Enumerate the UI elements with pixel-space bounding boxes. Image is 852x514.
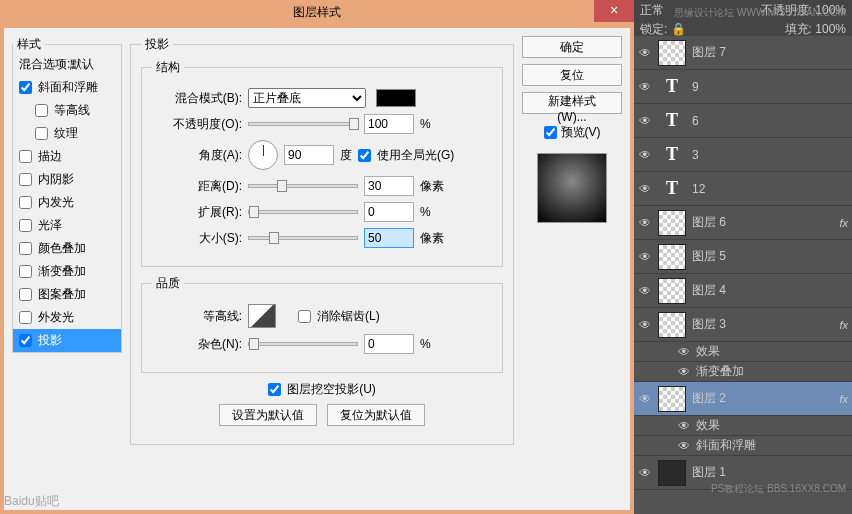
effect-header[interactable]: 👁 效果 [634, 416, 852, 436]
visibility-icon[interactable]: 👁 [678, 345, 690, 359]
style-checkbox[interactable] [19, 265, 32, 278]
visibility-icon[interactable]: 👁 [638, 466, 652, 480]
layer-row[interactable]: 👁图层 5 [634, 240, 852, 274]
visibility-icon[interactable]: 👁 [678, 419, 690, 433]
restore-default-button[interactable]: 复位为默认值 [327, 404, 425, 426]
fx-badge[interactable]: fx [839, 393, 848, 405]
style-checkbox[interactable] [19, 334, 32, 347]
antialias-checkbox[interactable] [298, 310, 311, 323]
contour-picker[interactable] [248, 304, 276, 328]
global-light-checkbox[interactable] [358, 149, 371, 162]
visibility-icon[interactable]: 👁 [638, 80, 652, 94]
layer-row[interactable]: 👁图层 3fx [634, 308, 852, 342]
layer-row[interactable]: 👁图层 6fx [634, 206, 852, 240]
spread-label: 扩展(R): [152, 204, 242, 221]
style-item-0[interactable]: 混合选项:默认 [13, 53, 121, 76]
layer-row[interactable]: 👁T12 [634, 172, 852, 206]
effect-item[interactable]: 👁 斜面和浮雕 [634, 436, 852, 456]
quality-fieldset: 品质 等高线: 消除锯齿(L) 杂色(N): % [141, 275, 503, 373]
style-checkbox[interactable] [19, 288, 32, 301]
layer-row[interactable]: 👁T9 [634, 70, 852, 104]
visibility-icon[interactable]: 👁 [638, 284, 652, 298]
text-layer-icon: T [658, 176, 686, 202]
cancel-button[interactable]: 复位 [522, 64, 622, 86]
shadow-color-swatch[interactable] [376, 89, 416, 107]
distance-slider[interactable] [248, 184, 358, 188]
style-checkbox[interactable] [19, 81, 32, 94]
noise-input[interactable] [364, 334, 414, 354]
preview-checkbox[interactable] [544, 126, 557, 139]
style-item-label: 等高线 [54, 102, 90, 119]
layer-row[interactable]: 👁图层 7 [634, 36, 852, 70]
size-label: 大小(S): [152, 230, 242, 247]
fx-badge[interactable]: fx [839, 319, 848, 331]
style-item-label: 光泽 [38, 217, 62, 234]
style-item-6[interactable]: 内发光 [13, 191, 121, 214]
style-item-12[interactable]: 投影 [13, 329, 121, 352]
style-item-2[interactable]: 等高线 [13, 99, 121, 122]
blend-mode-select[interactable]: 正片叠底 [248, 88, 366, 108]
effect-item[interactable]: 👁 渐变叠加 [634, 362, 852, 382]
style-item-label: 颜色叠加 [38, 240, 86, 257]
style-item-11[interactable]: 外发光 [13, 306, 121, 329]
layer-row[interactable]: 👁T3 [634, 138, 852, 172]
opacity-input[interactable] [364, 114, 414, 134]
close-button[interactable]: × [594, 0, 634, 22]
style-checkbox[interactable] [19, 173, 32, 186]
visibility-icon[interactable]: 👁 [638, 182, 652, 196]
knockout-checkbox[interactable] [268, 383, 281, 396]
styles-legend: 样式 [13, 36, 45, 53]
dialog-title-text: 图层样式 [293, 5, 341, 19]
angle-input[interactable] [284, 145, 334, 165]
fx-badge[interactable]: fx [839, 217, 848, 229]
style-checkbox[interactable] [35, 104, 48, 117]
layer-thumbnail [658, 244, 686, 270]
new-style-button[interactable]: 新建样式(W)... [522, 92, 622, 114]
visibility-icon[interactable]: 👁 [638, 216, 652, 230]
ok-button[interactable]: 确定 [522, 36, 622, 58]
layer-style-dialog: 图层样式 × 样式 混合选项:默认斜面和浮雕等高线纹理描边内阴影内发光光泽颜色叠… [0, 0, 634, 514]
visibility-icon[interactable]: 👁 [638, 318, 652, 332]
opacity-slider[interactable] [248, 122, 358, 126]
style-item-9[interactable]: 渐变叠加 [13, 260, 121, 283]
spread-slider[interactable] [248, 210, 358, 214]
style-checkbox[interactable] [19, 311, 32, 324]
style-checkbox[interactable] [19, 196, 32, 209]
style-checkbox[interactable] [19, 150, 32, 163]
style-item-5[interactable]: 内阴影 [13, 168, 121, 191]
set-default-button[interactable]: 设置为默认值 [219, 404, 317, 426]
style-item-label: 渐变叠加 [38, 263, 86, 280]
size-input[interactable] [364, 228, 414, 248]
style-item-7[interactable]: 光泽 [13, 214, 121, 237]
visibility-icon[interactable]: 👁 [638, 148, 652, 162]
style-checkbox[interactable] [35, 127, 48, 140]
style-item-10[interactable]: 图案叠加 [13, 283, 121, 306]
layer-row[interactable]: 👁T6 [634, 104, 852, 138]
distance-input[interactable] [364, 176, 414, 196]
layer-name: 3 [692, 148, 848, 162]
watermark-bottom: PS教程论坛 BBS.16XX8.COM [711, 482, 846, 496]
style-item-label: 图案叠加 [38, 286, 86, 303]
visibility-icon[interactable]: 👁 [638, 46, 652, 60]
angle-dial[interactable] [248, 140, 278, 170]
style-checkbox[interactable] [19, 242, 32, 255]
visibility-icon[interactable]: 👁 [678, 439, 690, 453]
visibility-icon[interactable]: 👁 [638, 392, 652, 406]
noise-slider[interactable] [248, 342, 358, 346]
layer-row[interactable]: 👁图层 2fx [634, 382, 852, 416]
layer-row[interactable]: 👁图层 4 [634, 274, 852, 308]
style-item-8[interactable]: 颜色叠加 [13, 237, 121, 260]
visibility-icon[interactable]: 👁 [678, 365, 690, 379]
style-item-label: 外发光 [38, 309, 74, 326]
spread-input[interactable] [364, 202, 414, 222]
size-slider[interactable] [248, 236, 358, 240]
style-item-4[interactable]: 描边 [13, 145, 121, 168]
effect-header[interactable]: 👁 效果 [634, 342, 852, 362]
style-item-1[interactable]: 斜面和浮雕 [13, 76, 121, 99]
visibility-icon[interactable]: 👁 [638, 114, 652, 128]
style-item-3[interactable]: 纹理 [13, 122, 121, 145]
visibility-icon[interactable]: 👁 [638, 250, 652, 264]
noise-label: 杂色(N): [152, 336, 242, 353]
styles-fieldset: 样式 混合选项:默认斜面和浮雕等高线纹理描边内阴影内发光光泽颜色叠加渐变叠加图案… [12, 36, 122, 353]
style-checkbox[interactable] [19, 219, 32, 232]
